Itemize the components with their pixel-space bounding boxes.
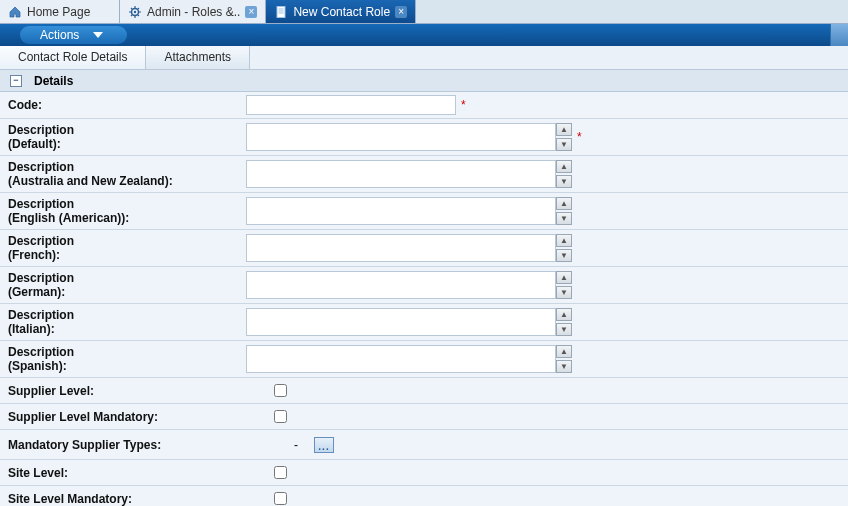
scroll-up[interactable]: ▲ [556,234,572,247]
desc-es-input[interactable] [246,345,556,373]
scroll-down[interactable]: ▼ [556,360,572,373]
mandatory-supplier-types-picker[interactable]: ... [314,437,334,453]
row-code: Code: * [0,92,848,119]
required-star: * [577,130,582,144]
mandatory-supplier-types-value: - [294,438,298,452]
label-desc-fr: Description (French): [0,230,240,266]
scroll-up[interactable]: ▲ [556,197,572,210]
row-mandatory-supplier-types: Mandatory Supplier Types: - ... [0,430,848,460]
label-site-level: Site Level: [0,460,240,485]
label-code: Code: [0,92,240,118]
actions-menu-button[interactable]: Actions [20,26,127,44]
row-desc-de: Description (German): ▲▼ [0,267,848,304]
scroll-down[interactable]: ▼ [556,138,572,151]
label-desc-de: Description (German): [0,267,240,303]
subtab-contact-role-details[interactable]: Contact Role Details [0,46,146,69]
tab-label: Admin - Roles &.. [147,5,240,19]
required-star: * [461,98,466,112]
tab-new-contact-role[interactable]: New Contact Role × [266,0,416,23]
section-title: Details [34,74,73,88]
desc-it-input[interactable] [246,308,556,336]
gear-icon [128,5,142,19]
svg-point-1 [134,10,136,12]
tab-admin-roles[interactable]: Admin - Roles &.. × [120,0,266,23]
row-supplier-level-mandatory: Supplier Level Mandatory: [0,404,848,430]
subtab-bar: Contact Role Details Attachments [0,46,848,70]
scroll-up[interactable]: ▲ [556,271,572,284]
row-desc-es: Description (Spanish): ▲▼ [0,341,848,378]
scroll-up[interactable]: ▲ [556,160,572,173]
row-desc-it: Description (Italian): ▲▼ [0,304,848,341]
supplier-level-mandatory-checkbox[interactable] [274,410,287,423]
details-form: Code: * Description (Default): ▲ ▼ * Des… [0,92,848,506]
label-supplier-level: Supplier Level: [0,378,240,403]
label-desc-default: Description (Default): [0,119,240,155]
row-site-level-mandatory: Site Level Mandatory: [0,486,848,506]
close-icon[interactable]: × [395,6,407,18]
document-icon [274,5,288,19]
label-mandatory-supplier-types: Mandatory Supplier Types: [0,430,240,459]
home-icon [8,5,22,19]
supplier-level-checkbox[interactable] [274,384,287,397]
tab-label: New Contact Role [293,5,390,19]
close-icon[interactable]: × [245,6,257,18]
scroll-down[interactable]: ▼ [556,323,572,336]
chevron-down-icon [93,32,103,38]
site-level-checkbox[interactable] [274,466,287,479]
scroll-down[interactable]: ▼ [556,212,572,225]
desc-anz-input[interactable] [246,160,556,188]
label-desc-it: Description (Italian): [0,304,240,340]
row-desc-anz: Description (Australia and New Zealand):… [0,156,848,193]
svg-rect-2 [277,6,285,17]
window-tab-bar: Home Page Admin - Roles &.. × New Contac… [0,0,848,24]
actions-right-cap [830,24,848,46]
scroll-up[interactable]: ▲ [556,123,572,136]
desc-fr-input[interactable] [246,234,556,262]
label-desc-anz: Description (Australia and New Zealand): [0,156,240,192]
desc-de-input[interactable] [246,271,556,299]
section-header-details: − Details [0,70,848,92]
row-desc-default: Description (Default): ▲ ▼ * [0,119,848,156]
tab-label: Home Page [27,5,90,19]
site-level-mandatory-checkbox[interactable] [274,492,287,505]
row-desc-fr: Description (French): ▲▼ [0,230,848,267]
tab-home-page[interactable]: Home Page [0,0,120,23]
scroll-up[interactable]: ▲ [556,308,572,321]
ellipsis-icon: ... [318,444,329,450]
row-site-level: Site Level: [0,460,848,486]
scroll-up[interactable]: ▲ [556,345,572,358]
desc-default-input[interactable] [246,123,556,151]
actions-label: Actions [40,28,79,42]
row-desc-en-us: Description (English (American)): ▲▼ [0,193,848,230]
label-desc-es: Description (Spanish): [0,341,240,377]
desc-en-us-input[interactable] [246,197,556,225]
label-site-level-mandatory: Site Level Mandatory: [0,486,240,506]
label-desc-en-us: Description (English (American)): [0,193,240,229]
scroll-down[interactable]: ▼ [556,286,572,299]
collapse-toggle[interactable]: − [10,75,22,87]
actions-bar: Actions [0,24,848,46]
subtab-attachments[interactable]: Attachments [146,46,250,69]
scroll-down[interactable]: ▼ [556,249,572,262]
row-supplier-level: Supplier Level: [0,378,848,404]
scroll-down[interactable]: ▼ [556,175,572,188]
label-supplier-level-mandatory: Supplier Level Mandatory: [0,404,240,429]
code-input[interactable] [246,95,456,115]
